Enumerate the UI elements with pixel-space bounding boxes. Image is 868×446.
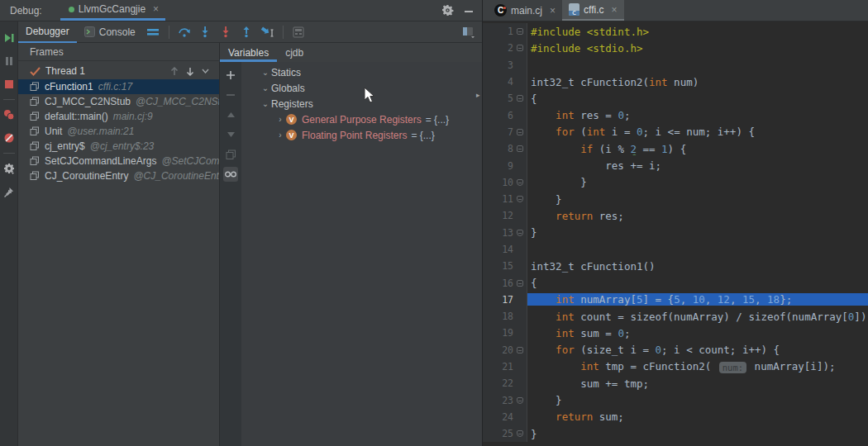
code-line[interactable]: 5{ bbox=[483, 90, 868, 107]
splitter-chevron-icon[interactable]: ▸ bbox=[476, 91, 480, 99]
tree-item[interactable]: ›VGeneral Purpose Registers= {...} bbox=[241, 112, 482, 127]
fold-collapse-icon[interactable] bbox=[517, 347, 523, 353]
fold-collapse-icon[interactable] bbox=[517, 145, 523, 152]
gutter[interactable]: 11 bbox=[483, 191, 527, 207]
editor-tab-cffi-c[interactable]: ccffi.c× bbox=[562, 0, 623, 21]
gutter[interactable]: 5 bbox=[483, 90, 527, 107]
frame-row[interactable]: CJ_MCC_C2NStub@CJ_MCC_C2NStub:7 bbox=[18, 94, 219, 109]
fold-end-icon[interactable] bbox=[517, 196, 523, 202]
code-line[interactable]: 2#include <stdio.h> bbox=[483, 40, 868, 56]
thread-selector[interactable]: Thread 1 bbox=[18, 61, 219, 79]
tab-debugger[interactable]: Debugger bbox=[18, 21, 77, 43]
gutter[interactable]: 15 bbox=[483, 258, 527, 274]
close-icon[interactable]: × bbox=[611, 4, 617, 16]
frame-row[interactable]: cj_entry$@cj_entry$:23 bbox=[18, 139, 219, 154]
code-line[interactable]: 25} bbox=[483, 425, 868, 442]
move-down-icon[interactable] bbox=[223, 127, 238, 142]
gutter[interactable]: 23 bbox=[483, 392, 527, 409]
fold-collapse-icon[interactable] bbox=[517, 45, 523, 51]
gutter[interactable]: 6 bbox=[483, 107, 527, 123]
code-line[interactable]: 14 bbox=[483, 241, 868, 258]
gutter[interactable]: 7 bbox=[483, 124, 527, 140]
gutter[interactable]: 3 bbox=[483, 57, 527, 74]
resume-button[interactable] bbox=[2, 31, 16, 45]
chevron-down-icon[interactable] bbox=[202, 69, 209, 74]
tab-variables[interactable]: Variables bbox=[220, 47, 277, 62]
code-line[interactable]: 7 for (int i = 0; i <= num; i++) { bbox=[483, 124, 868, 140]
pause-button[interactable] bbox=[2, 55, 16, 68]
remove-watch-icon[interactable] bbox=[223, 88, 238, 102]
fold-collapse-icon[interactable] bbox=[517, 95, 523, 102]
gutter[interactable]: 8 bbox=[483, 140, 527, 157]
gutter[interactable]: 12 bbox=[483, 207, 527, 224]
code-line[interactable]: 4int32_t cFunction2(int num) bbox=[483, 74, 868, 90]
debugger-settings-button[interactable] bbox=[2, 162, 16, 175]
chevron-down-icon[interactable]: ⌄ bbox=[260, 99, 271, 108]
frame-up-icon[interactable] bbox=[170, 67, 179, 76]
gutter[interactable]: 20 bbox=[483, 342, 527, 358]
gutter[interactable]: 10 bbox=[483, 174, 527, 191]
close-icon[interactable]: × bbox=[153, 3, 159, 15]
code-line[interactable]: 9 res += i; bbox=[483, 157, 868, 173]
gutter[interactable]: 4 bbox=[483, 74, 527, 90]
chevron-right-icon[interactable]: › bbox=[274, 115, 286, 124]
chevron-down-icon[interactable]: ⌄ bbox=[260, 83, 271, 93]
pin-icon[interactable] bbox=[2, 185, 16, 198]
hamburger-icon[interactable] bbox=[146, 25, 160, 39]
layout-settings-icon[interactable] bbox=[461, 25, 475, 39]
gutter[interactable]: 25 bbox=[483, 425, 527, 442]
frame-row[interactable]: Unit@user.main:21 bbox=[18, 124, 219, 139]
code-line[interactable]: 19 int sum = 0; bbox=[483, 325, 868, 341]
gutter[interactable]: 13 bbox=[483, 225, 527, 241]
force-step-into-icon[interactable] bbox=[219, 25, 233, 39]
gutter[interactable]: 2 bbox=[483, 40, 527, 56]
mute-breakpoints-button[interactable] bbox=[2, 131, 16, 145]
duplicate-icon[interactable] bbox=[223, 147, 238, 162]
code-area[interactable]: 1#include <stdint.h>2#include <stdio.h>3… bbox=[483, 21, 868, 446]
tree-group-statics[interactable]: ⌄Statics bbox=[241, 64, 482, 80]
frame-row[interactable]: cFunction1cffi.c:17 bbox=[18, 79, 219, 94]
frame-row[interactable]: default::main()main.cj:9 bbox=[18, 109, 219, 124]
code-line[interactable]: 10 } bbox=[483, 174, 868, 191]
gutter[interactable]: 17 bbox=[483, 292, 527, 308]
fold-collapse-icon[interactable] bbox=[517, 28, 523, 35]
code-line[interactable]: 22 sum += tmp; bbox=[483, 375, 868, 391]
chevron-right-icon[interactable]: › bbox=[274, 130, 286, 140]
fold-end-icon[interactable] bbox=[517, 397, 523, 404]
code-line[interactable]: 15int32_t cFunction1() bbox=[483, 258, 868, 274]
tab-cjdb[interactable]: cjdb bbox=[277, 47, 312, 62]
code-line[interactable]: 12 return res; bbox=[483, 207, 868, 224]
tree-group-globals[interactable]: ⌄Globals bbox=[241, 80, 482, 96]
fold-collapse-icon[interactable] bbox=[517, 129, 523, 135]
code-line[interactable]: 24 return sum; bbox=[483, 409, 868, 425]
frame-down-icon[interactable] bbox=[186, 67, 194, 76]
gutter[interactable]: 24 bbox=[483, 409, 527, 425]
fold-collapse-icon[interactable] bbox=[517, 280, 523, 287]
close-icon[interactable]: × bbox=[550, 5, 556, 17]
fold-end-icon[interactable] bbox=[517, 430, 523, 437]
editor-tab-main-cj[interactable]: Cmain.cj× bbox=[488, 0, 562, 21]
tab-console[interactable]: Console bbox=[77, 21, 143, 43]
evaluate-expression-icon[interactable] bbox=[292, 25, 306, 39]
gutter[interactable]: 1 bbox=[483, 23, 527, 40]
add-watch-icon[interactable] bbox=[223, 68, 238, 83]
tree-item[interactable]: ›VFloating Point Registers= {...} bbox=[241, 127, 482, 143]
code-line[interactable]: 21 int tmp = cFunction2( num: numArray[i… bbox=[483, 358, 868, 375]
fold-end-icon[interactable] bbox=[517, 230, 523, 236]
code-line[interactable]: 3 bbox=[483, 57, 868, 74]
gutter[interactable]: 21 bbox=[483, 358, 527, 375]
step-over-icon[interactable] bbox=[178, 25, 192, 39]
code-line[interactable]: 13} bbox=[483, 225, 868, 241]
code-line[interactable]: 18 int count = sizeof(numArray) / sizeof… bbox=[483, 308, 868, 325]
fold-end-icon[interactable] bbox=[517, 179, 523, 186]
minimize-icon[interactable] bbox=[464, 6, 474, 16]
gutter[interactable]: 14 bbox=[483, 241, 527, 258]
show-watches-icon[interactable] bbox=[223, 167, 238, 182]
code-line[interactable]: 6 int res = 0; bbox=[483, 107, 868, 123]
code-line[interactable]: 16{ bbox=[483, 274, 868, 291]
gutter[interactable]: 22 bbox=[483, 375, 527, 391]
gutter[interactable]: 19 bbox=[483, 325, 527, 341]
stop-button[interactable] bbox=[2, 78, 16, 91]
step-into-icon[interactable] bbox=[198, 25, 212, 39]
gear-icon[interactable] bbox=[442, 5, 454, 17]
